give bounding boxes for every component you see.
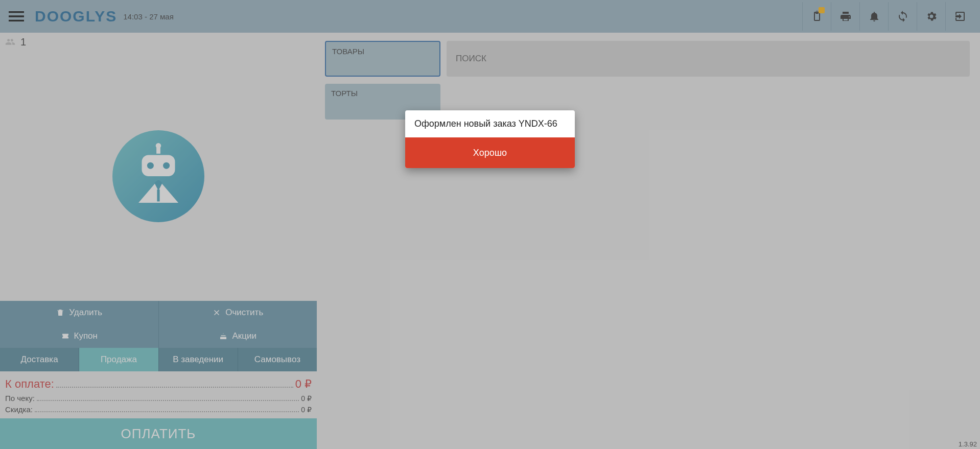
logout-button[interactable] xyxy=(945,2,974,31)
mode-delivery[interactable]: Доставка xyxy=(0,348,79,371)
cake-icon xyxy=(219,332,228,341)
mode-sale[interactable]: Продажа xyxy=(79,348,158,371)
totals-section: К оплате: 0 ₽ По чеку: 0 ₽ Скидка: 0 ₽ xyxy=(0,371,317,418)
tab-products[interactable]: ТОВАРЫ xyxy=(325,41,440,77)
to-pay-label: К оплате: xyxy=(5,377,54,391)
version-label: 1.3.92 xyxy=(959,440,977,448)
mode-pickup[interactable]: Самовывоз xyxy=(238,348,317,371)
print-button[interactable] xyxy=(831,2,859,31)
svg-point-4 xyxy=(156,143,161,148)
discount-label: Скидка: xyxy=(5,405,33,414)
svg-rect-0 xyxy=(142,155,175,176)
delete-button[interactable]: Удалить xyxy=(0,301,159,324)
trash-icon xyxy=(56,308,65,317)
orders-badge xyxy=(819,7,825,13)
settings-button[interactable] xyxy=(917,2,945,31)
modal-message: Оформлен новый заказ YNDX-66 xyxy=(405,110,575,137)
svg-rect-5 xyxy=(157,190,159,201)
bell-icon xyxy=(868,10,880,22)
orders-button[interactable] xyxy=(802,2,831,31)
promo-label: Акции xyxy=(232,331,256,341)
discount-value: 0 ₽ xyxy=(301,406,312,414)
receipt-label: По чеку: xyxy=(5,394,35,403)
clear-button[interactable]: Очистить xyxy=(159,301,317,324)
close-icon xyxy=(212,308,221,317)
mode-row: Доставка Продажа В заведении Самовывоз xyxy=(0,348,317,371)
receipt-value: 0 ₽ xyxy=(301,394,312,403)
app-header: DOOGLYS 14:03 - 27 мая xyxy=(0,0,980,33)
catalog-pane: ТОВАРЫ ПОИСК ТОРТЫ 1.3.92 xyxy=(317,33,980,449)
modal-ok-button[interactable]: Хорошо xyxy=(405,137,575,168)
order-pane: 1 Удалить xyxy=(0,33,317,449)
mode-inplace[interactable]: В заведении xyxy=(159,348,238,371)
ticket-icon xyxy=(61,332,70,341)
app-logo: DOOGLYS xyxy=(35,8,117,25)
printer-icon xyxy=(839,10,852,22)
exit-icon xyxy=(954,10,966,22)
coupon-button[interactable]: Купон xyxy=(0,324,159,348)
svg-point-2 xyxy=(163,162,170,169)
search-input[interactable]: ПОИСК xyxy=(447,41,970,77)
to-pay-value: 0 ₽ xyxy=(295,377,312,391)
pay-button[interactable]: ОПЛАТИТЬ xyxy=(0,418,317,449)
new-order-modal: Оформлен новый заказ YNDX-66 Хорошо xyxy=(405,110,575,168)
sync-icon xyxy=(897,10,909,22)
hamburger-icon xyxy=(6,6,27,27)
guest-row: 1 xyxy=(0,33,317,51)
svg-point-1 xyxy=(147,162,154,169)
promo-button[interactable]: Акции xyxy=(159,324,317,348)
clear-label: Очистить xyxy=(225,308,263,318)
guests-icon xyxy=(4,37,16,47)
delete-label: Удалить xyxy=(69,308,102,318)
cashier-avatar xyxy=(112,130,204,222)
action-grid: Удалить Очистить Купон Акции xyxy=(0,301,317,348)
sync-button[interactable] xyxy=(888,2,917,31)
menu-button[interactable] xyxy=(6,6,27,27)
notifications-button[interactable] xyxy=(859,2,888,31)
gear-icon xyxy=(925,10,938,22)
coupon-label: Купон xyxy=(74,331,98,341)
guest-count: 1 xyxy=(20,36,26,48)
cashier-avatar-area xyxy=(0,51,317,301)
clock-date: 14:03 - 27 мая xyxy=(123,12,174,21)
robot-icon xyxy=(125,143,192,209)
